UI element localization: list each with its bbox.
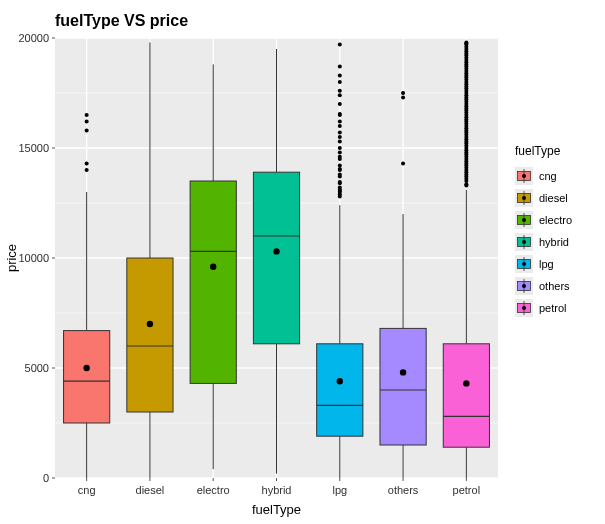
box-petrol	[443, 344, 489, 447]
svg-point-58	[522, 218, 526, 222]
outlier	[338, 172, 342, 176]
y-axis-label: price	[4, 244, 19, 272]
outlier	[401, 91, 405, 95]
outlier	[401, 161, 405, 165]
outlier	[85, 128, 89, 132]
x-tick-label: electro	[197, 484, 230, 496]
y-tick-label: 20000	[18, 32, 49, 44]
x-tick-label: diesel	[136, 484, 165, 496]
legend-label: diesel	[539, 192, 568, 204]
outlier	[338, 102, 342, 106]
box-hybrid	[253, 172, 299, 344]
outlier	[338, 135, 342, 139]
legend-label: lpg	[539, 258, 554, 270]
outlier	[338, 124, 342, 128]
x-tick-label: cng	[78, 484, 96, 496]
legend-label: electro	[539, 214, 572, 226]
svg-point-52	[522, 174, 526, 178]
legend-item-others: others	[515, 277, 570, 295]
svg-point-61	[522, 240, 526, 244]
outlier	[338, 73, 342, 77]
mean-point	[83, 365, 89, 371]
box-others	[380, 328, 426, 445]
outlier	[338, 139, 342, 143]
legend-item-diesel: diesel	[515, 189, 568, 207]
legend-label: cng	[539, 170, 557, 182]
x-tick-label: lpg	[332, 484, 347, 496]
outlier	[338, 131, 342, 135]
mean-point	[273, 248, 279, 254]
mean-point	[147, 321, 153, 327]
chart-svg: fuelType VS price 05000100001500020000 c…	[0, 0, 605, 524]
outlier	[338, 150, 342, 154]
outlier	[338, 80, 342, 84]
legend-label: hybrid	[539, 236, 569, 248]
chart-title: fuelType VS price	[55, 12, 188, 29]
svg-point-55	[522, 196, 526, 200]
legend-item-hybrid: hybrid	[515, 233, 569, 251]
x-tick-label: petrol	[453, 484, 481, 496]
y-tick-label: 10000	[18, 252, 49, 264]
boxplot-chart: fuelType VS price 05000100001500020000 c…	[0, 0, 605, 524]
outlier	[85, 161, 89, 165]
legend-item-cng: cng	[515, 167, 557, 185]
x-tick-label: hybrid	[262, 484, 292, 496]
outlier	[85, 113, 89, 117]
x-axis-label: fuelType	[252, 502, 301, 517]
outlier	[338, 120, 342, 124]
outlier	[401, 95, 405, 99]
outlier	[338, 186, 342, 190]
legend-item-lpg: lpg	[515, 255, 554, 273]
y-tick-label: 5000	[25, 362, 49, 374]
y-tick-label: 0	[43, 472, 49, 484]
outlier	[338, 93, 342, 97]
outlier	[338, 180, 342, 184]
outlier	[338, 112, 342, 116]
legend-title: fuelType	[515, 144, 561, 158]
legend-label: others	[539, 280, 570, 292]
box-cng	[64, 331, 110, 423]
outlier	[338, 164, 342, 168]
box-electro	[190, 181, 236, 383]
outlier	[464, 40, 468, 44]
mean-point	[400, 369, 406, 375]
legend-item-electro: electro	[515, 211, 572, 229]
box-lpg	[317, 344, 363, 436]
outlier	[338, 89, 342, 93]
box-diesel	[127, 258, 173, 412]
legend-label: petrol	[539, 302, 567, 314]
outlier	[338, 155, 342, 159]
outlier	[85, 120, 89, 124]
mean-point	[337, 378, 343, 384]
x-tick-label: others	[388, 484, 419, 496]
svg-point-67	[522, 284, 526, 288]
y-tick-label: 15000	[18, 142, 49, 154]
mean-point	[463, 380, 469, 386]
outlier	[338, 43, 342, 47]
svg-point-64	[522, 262, 526, 266]
outlier	[338, 65, 342, 69]
mean-point	[210, 264, 216, 270]
outlier	[338, 146, 342, 150]
outlier	[85, 168, 89, 172]
legend-item-petrol: petrol	[515, 299, 567, 317]
svg-point-70	[522, 306, 526, 310]
